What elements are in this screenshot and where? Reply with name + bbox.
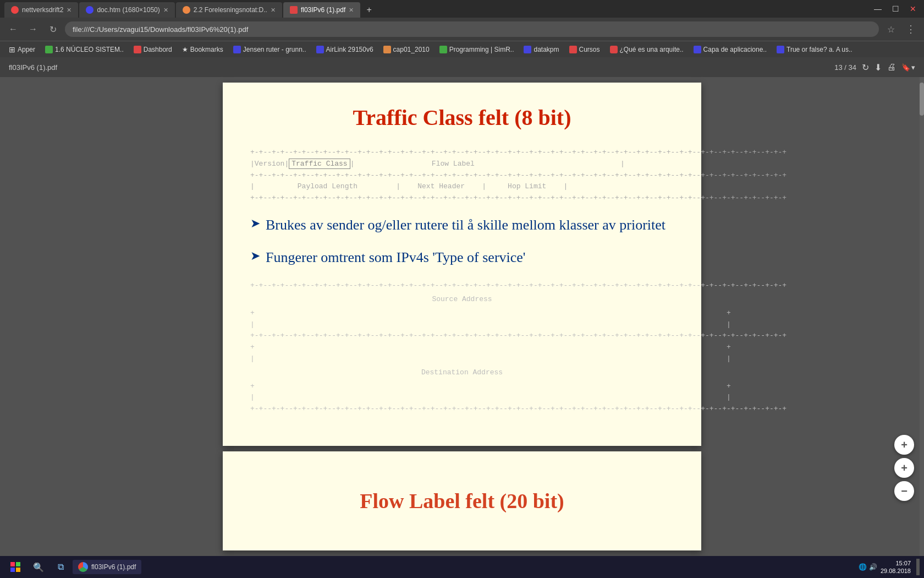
bookmark-star-icon[interactable]: ☆ <box>883 21 899 37</box>
tab-2-close[interactable]: ✕ <box>163 7 168 14</box>
bookmark-capa-favicon <box>694 46 701 53</box>
taskbar-date: 29.08.2018 <box>881 567 911 575</box>
taskbar-time: 15:07 <box>895 559 911 567</box>
windows-logo-icon <box>10 562 20 572</box>
pdf-download-icon[interactable]: ⬇ <box>875 62 882 73</box>
page2-partial-title: Flow Label felt (20 bit) <box>360 489 564 513</box>
tab-3-close[interactable]: ✕ <box>271 7 276 14</box>
bullet-1-arrow-icon: ➤ <box>250 216 260 231</box>
bookmark-nucleo[interactable]: 1.6 NÚCLEO SISTEM.. <box>41 43 128 56</box>
search-icon: 🔍 <box>33 562 44 572</box>
bookmark-que-es-favicon <box>610 46 618 53</box>
bookmark-cursos[interactable]: Cursos <box>565 43 604 56</box>
close-button[interactable]: ✕ <box>906 4 920 13</box>
bookmark-que-es[interactable]: ¿Qué es una arquite.. <box>606 43 688 56</box>
volume-icon[interactable]: 🔊 <box>869 563 877 571</box>
bookmark-capa[interactable]: Capa de aplicacione.. <box>689 43 771 56</box>
reload-button[interactable]: ↻ <box>45 21 61 37</box>
tab-1[interactable]: nettverksdrift2 ✕ <box>4 2 78 18</box>
system-tray-icons: 🌐 🔊 <box>859 563 877 571</box>
zoom-in-icon: + <box>901 462 908 475</box>
bookmark-apper[interactable]: ⊞ Apper <box>4 43 40 56</box>
tab-4[interactable]: fl03IPv6 (1).pdf ✕ <box>283 2 360 18</box>
pdf-more-button[interactable]: 🔖 ▾ <box>901 63 915 72</box>
bookmark-cap01-favicon <box>383 46 391 53</box>
source-line-1: +-+--+-+--+-+--+-+--+-+--+-+--+-+--+-+--… <box>250 280 674 292</box>
tab-1-label: nettverksdrift2 <box>22 6 63 14</box>
bookmark-dashbord[interactable]: Dashbord <box>129 43 177 56</box>
bookmark-airlink[interactable]: AirLink 29150v6 <box>312 43 378 56</box>
zoom-out-button[interactable]: − <box>894 481 914 501</box>
taskbar-search-button[interactable]: 🔍 <box>29 557 48 577</box>
bookmark-jensen[interactable]: Jensen ruter - grunn.. <box>229 43 311 56</box>
scrollbar-track[interactable] <box>920 77 924 556</box>
bookmark-jensen-favicon <box>233 46 241 53</box>
tab-4-label: fl03IPv6 (1).pdf <box>301 6 345 14</box>
title-bar: nettverksdrift2 ✕ doc.htm (924×578) ✕ … <box>0 0 924 18</box>
chrome-taskbar-item[interactable]: fl03IPv6 (1).pdf <box>73 560 141 574</box>
bookmark-capa-label: Capa de aplicacione.. <box>703 46 767 53</box>
new-tab-button[interactable]: + <box>361 2 377 18</box>
bookmark-nucleo-favicon <box>45 46 53 53</box>
diagram-row-1: |Version|Traffic Class| Flow Label | <box>250 159 674 170</box>
bookmark-programming-favicon <box>439 46 447 53</box>
forward-button[interactable]: → <box>25 21 41 37</box>
svg-rect-3 <box>16 568 20 572</box>
pdf-filename: fl03IPv6 (1).pdf <box>9 63 57 72</box>
source-line-2: + + <box>250 308 674 319</box>
bullet-1-text: Brukes av sender og/eller rutere til å s… <box>266 215 666 235</box>
show-desktop-button[interactable] <box>916 559 920 575</box>
bookmark-bookmarks[interactable]: ★ Bookmarks <box>178 43 228 56</box>
dest-line-2: | | <box>250 353 674 365</box>
back-button[interactable]: ← <box>6 21 21 37</box>
diagram-row-separator-3: +-+--+-+--+-+--+-+--+-+--+-+--+-+--+-+--… <box>250 193 674 204</box>
ipv6-header-diagram: +-+--+-+--+-+--+-+--+-+--+-+--+-+--+-+--… <box>250 147 674 204</box>
bookmark-programming[interactable]: Programming | SimR.. <box>435 43 519 56</box>
bookmark-programming-label: Programming | SimR.. <box>449 46 514 53</box>
zoom-out-icon: − <box>901 485 908 498</box>
more-options-button[interactable]: ⋮ <box>903 21 919 37</box>
pdf-page-13: Traffic Class felt (8 bit) +-+--+-+--+-+… <box>223 83 701 446</box>
start-button[interactable] <box>4 556 26 578</box>
network-icon[interactable]: 🌐 <box>859 563 867 571</box>
zoom-in-large-button[interactable]: + <box>894 435 914 455</box>
pdf-print-icon[interactable]: 🖨 <box>887 62 896 72</box>
bookmark-cursos-favicon <box>569 46 577 53</box>
source-line-3: | | <box>250 319 674 331</box>
address-input[interactable] <box>65 21 879 37</box>
dest-line-5: +-+--+-+--+-+--+-+--+-+--+-+--+-+--+-+--… <box>250 403 674 415</box>
zoom-in-button[interactable]: + <box>894 458 914 478</box>
bookmark-airlink-favicon <box>316 46 324 53</box>
bookmark-cap01-label: cap01_2010 <box>393 46 430 53</box>
tab-2[interactable]: doc.htm (924×578) ✕ <box>79 2 174 18</box>
pdf-content[interactable]: Traffic Class felt (8 bit) +-+--+-+--+-+… <box>0 77 924 556</box>
destination-address-label: Destination Address <box>250 365 674 381</box>
address-bar: ← → ↻ ☆ ⋮ <box>0 18 924 41</box>
bookmark-que-es-label: ¿Qué es una arquite.. <box>620 46 684 53</box>
pdf-toolbar: fl03IPv6 (1).pdf 13 / 34 ↻ ⬇ 🖨 🔖 ▾ <box>0 57 924 77</box>
task-view-icon: ⧉ <box>58 562 64 572</box>
bookmark-cap01[interactable]: cap01_2010 <box>379 43 434 56</box>
diagram-row-2: | Payload Length | Next Header | Hop Lim… <box>250 181 674 193</box>
bookmark-cursos-label: Cursos <box>579 46 600 53</box>
chrome-taskbar-label: fl03IPv6 (1).pdf <box>91 563 136 571</box>
bookmark-datakpm[interactable]: datakpm <box>519 43 563 56</box>
pdf-page-info: 13 / 34 <box>834 63 856 72</box>
scrollbar-thumb[interactable] <box>920 83 924 116</box>
tab-4-favicon <box>290 6 298 14</box>
bookmark-true-false[interactable]: True or false? a. A us.. <box>772 43 857 56</box>
minimize-button[interactable]: — <box>871 4 884 13</box>
tab-1-close[interactable]: ✕ <box>67 7 72 14</box>
bullet-2-arrow-icon: ➤ <box>250 249 260 263</box>
bookmark-dashbord-label: Dashbord <box>144 46 172 53</box>
diagram-row-separator-2: +-+--+-+--+-+--+-+--+-+--+-+--+-+--+-+--… <box>250 170 674 182</box>
dest-line-1: + + <box>250 342 674 353</box>
taskbar-clock[interactable]: 15:07 29.08.2018 <box>881 559 911 575</box>
tab-4-close[interactable]: ✕ <box>349 7 354 14</box>
bullet-section: ➤ Brukes av sender og/eller rutere til å… <box>250 215 674 267</box>
pdf-refresh-icon[interactable]: ↻ <box>862 62 869 73</box>
tab-3[interactable]: 2.2 Forelesningsnotat:D.. ✕ <box>176 2 282 18</box>
bookmark-datakpm-label: datakpm <box>534 46 559 53</box>
task-view-button[interactable]: ⧉ <box>51 557 70 577</box>
maximize-button[interactable]: ☐ <box>889 4 902 13</box>
